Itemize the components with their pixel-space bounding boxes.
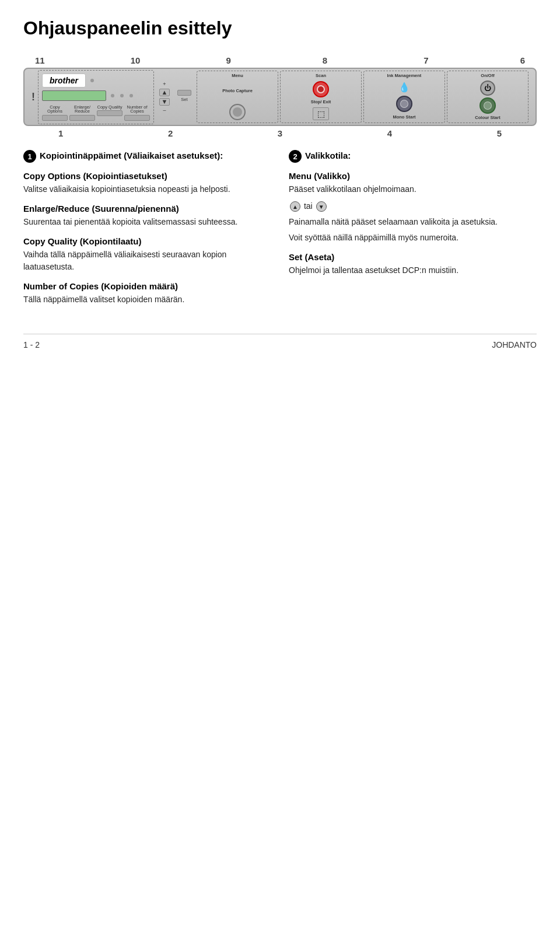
num-label-8: 8 xyxy=(323,55,327,65)
num-label-2: 2 xyxy=(168,128,173,138)
logo-row: brother xyxy=(42,74,150,88)
set-aseta-body: Ohjelmoi ja tallentaa asetukset DCP:n mu… xyxy=(289,264,537,277)
minus-label: – xyxy=(163,107,166,113)
mono-start-label: Mono Start xyxy=(393,115,415,120)
menu-button-inner xyxy=(233,107,242,117)
num-label-7: 7 xyxy=(424,55,428,65)
down-arrow-icon: ▼ xyxy=(316,201,327,212)
number-of-copies-button[interactable] xyxy=(124,115,150,121)
num-label-11: 11 xyxy=(35,55,45,65)
control-panel: ! brother Copy Options xyxy=(23,68,537,126)
scan-icon: ⬚ xyxy=(317,109,325,118)
menu-valikko-title: Menu (Valikko) xyxy=(289,171,537,181)
menu-photocapture-box: Menu Photo Capture xyxy=(197,71,278,123)
nav-buttons: + ▲ ▼ – xyxy=(159,81,170,113)
ink-management-box: Ink Management 💧 Mono Start xyxy=(363,71,445,123)
stop-exit-label: Stop/ Exit xyxy=(311,100,331,104)
mono-start-inner xyxy=(400,100,408,108)
enlarge-reduce-body-text: Suurentaa tai pienentää kopioita valitse… xyxy=(23,216,271,228)
stop-exit-inner xyxy=(317,85,325,93)
stop-exit-button[interactable] xyxy=(313,81,329,97)
scan-button[interactable]: ⬚ xyxy=(313,107,329,120)
function-buttons-section: Menu Photo Capture Scan Stop/ Exit ⬚ I xyxy=(197,71,528,123)
num-label-4: 4 xyxy=(387,128,392,138)
lcd-display xyxy=(42,90,106,101)
number-of-copies-body-text: Tällä näppäimellä valitset kopioiden mää… xyxy=(23,293,271,306)
section2-circle: 2 xyxy=(289,150,302,163)
copy-options-body: Valitse väliaikaisia kopiointiasetuksia … xyxy=(23,183,271,195)
num-label-6: 6 xyxy=(520,55,525,65)
dot2 xyxy=(120,94,124,97)
set-button-group: Set xyxy=(177,90,191,104)
enlarge-reduce-label: Enlarge/ Reduce xyxy=(69,105,95,114)
up-button[interactable]: ▲ xyxy=(159,89,170,96)
colour-start-label: Colour Start xyxy=(475,116,500,120)
photo-capture-label: Photo Capture xyxy=(222,89,253,93)
copy-options-body-text: Valitse väliaikaisia kopiointiasetuksia … xyxy=(23,183,271,195)
copy-buttons-row: Copy Options Enlarge/ Reduce Copy Qualit… xyxy=(42,105,150,121)
control-panel-wrapper: 11 10 9 8 7 6 ! brother xyxy=(23,55,537,138)
ink-drop-icon: 💧 xyxy=(398,82,410,93)
enlarge-reduce-title: Enlarge/Reduce (Suurenna/pienennä) xyxy=(23,204,271,214)
footer-right: JOHDANTO xyxy=(492,340,537,349)
copy-buttons-section: brother Copy Options Enlarge/ Reduce xyxy=(38,70,154,124)
nav-tai-text: ▲ tai ▼ xyxy=(289,200,537,212)
copy-quality-button[interactable] xyxy=(97,110,123,116)
menu-label: Menu xyxy=(232,74,243,78)
colour-start-button[interactable] xyxy=(480,97,496,114)
top-number-labels: 11 10 9 8 7 6 xyxy=(23,55,537,65)
footer: 1 - 2 JOHDANTO xyxy=(23,334,537,349)
num-label-5: 5 xyxy=(497,128,502,138)
bottom-number-labels: 1 2 3 4 5 xyxy=(23,128,537,138)
section1-header-text: Kopiointinäppäimet (Väliaikaiset asetuks… xyxy=(40,150,223,162)
enlarge-reduce-body: Suurentaa tai pienentää kopioita valitse… xyxy=(23,216,271,228)
nav-number-body-text: Voit syöttää näillä näppäimillä myös num… xyxy=(289,232,537,244)
number-of-copies-body: Tällä näppäimellä valitset kopioiden mää… xyxy=(23,293,271,306)
copy-quality-btn-group: Copy Quality xyxy=(97,105,123,121)
colour-start-inner xyxy=(484,102,492,110)
copy-quality-title: Copy Quality (Kopiontilaatu) xyxy=(23,236,271,246)
copy-quality-body: Vaihda tällä näppäimellä väliaikaisesti … xyxy=(23,249,271,273)
enlarge-reduce-btn-group: Enlarge/ Reduce xyxy=(69,105,95,121)
down-button[interactable]: ▼ xyxy=(159,98,170,106)
display-row xyxy=(42,90,150,101)
exclaim-icon: ! xyxy=(32,91,35,103)
dot1 xyxy=(111,94,114,97)
copy-options-title: Copy Options (Kopiointiasetukset) xyxy=(23,171,271,181)
set-button[interactable] xyxy=(177,90,191,96)
menu-button[interactable] xyxy=(229,104,246,120)
set-aseta-body-text: Ohjelmoi ja tallentaa asetukset DCP:n mu… xyxy=(289,264,537,277)
on-off-label: On/Off xyxy=(481,74,494,78)
mono-start-button[interactable] xyxy=(396,96,412,112)
status-dot xyxy=(90,79,94,82)
on-off-button[interactable]: ⏻ xyxy=(480,81,495,96)
tai-text: tai xyxy=(304,201,313,211)
section2-header-text: Valikkotila: xyxy=(305,150,351,162)
dot3 xyxy=(130,94,133,97)
number-of-copies-title: Number of Copies (Kopioiden määrä) xyxy=(23,281,271,291)
num-label-9: 9 xyxy=(226,55,230,65)
num-label-10: 10 xyxy=(131,55,141,65)
onoff-colour-box: On/Off ⏻ Colour Start xyxy=(447,71,528,123)
up-arrow-icon: ▲ xyxy=(290,201,300,212)
enlarge-reduce-button[interactable] xyxy=(69,115,95,121)
copy-quality-body-text: Vaihda tällä näppäimellä väliaikaisesti … xyxy=(23,249,271,273)
copy-options-btn-group: Copy Options xyxy=(42,105,68,121)
page-title: Ohjauspaneelin esittely xyxy=(23,18,537,39)
set-aseta-title: Set (Aseta) xyxy=(289,252,537,262)
menu-valikko-body: Pääset valikkotilaan ohjelmoimaan. xyxy=(289,183,537,195)
copy-options-button[interactable] xyxy=(42,115,68,121)
nav-body-text: Painamalla näitä pääset selaamaan valiko… xyxy=(289,216,537,228)
brother-logo: brother xyxy=(42,74,86,88)
num-label-1: 1 xyxy=(58,128,63,138)
footer-left: 1 - 2 xyxy=(23,340,40,349)
section2-header: 2 Valikkotila: xyxy=(289,150,537,163)
content-area: 1 Kopiointinäppäimet (Väliaikaiset asetu… xyxy=(23,150,537,310)
dot-col xyxy=(111,94,133,97)
num-label-3: 3 xyxy=(278,128,282,138)
ink-management-label: Ink Management xyxy=(387,74,422,78)
set-label: Set xyxy=(181,97,187,102)
stop-scan-box: Scan Stop/ Exit ⬚ xyxy=(280,71,362,123)
section2-col: 2 Valikkotila: Menu (Valikko) Pääset val… xyxy=(289,150,537,310)
menu-valikko-body-text: Pääset valikkotilaan ohjelmoimaan. xyxy=(289,183,537,195)
